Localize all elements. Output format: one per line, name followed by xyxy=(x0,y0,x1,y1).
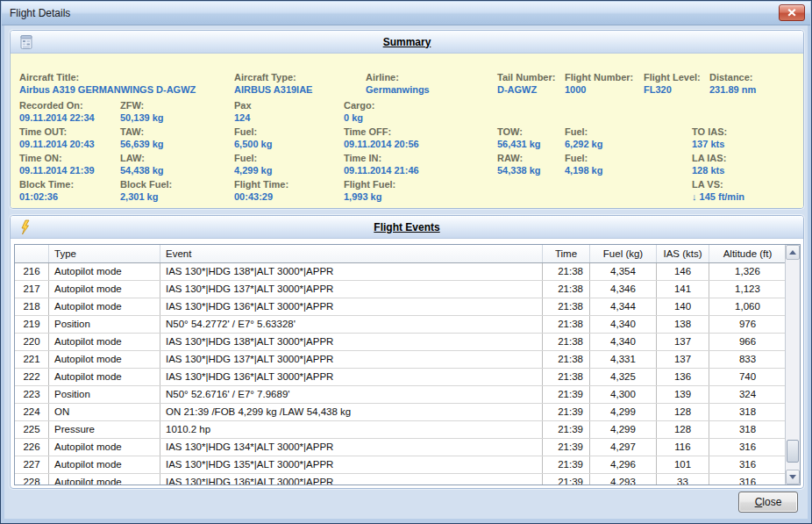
event-row-number: 221 xyxy=(15,351,49,368)
event-time-cell: 21:38 xyxy=(543,334,590,350)
event-type-cell: Position xyxy=(49,316,160,333)
event-ias-cell: 139 xyxy=(657,386,709,403)
event-text-cell: IAS 130*|HDG 138*|ALT 3000*|APPR xyxy=(160,263,543,280)
event-altitude-cell: 976 xyxy=(709,316,786,333)
event-table-row[interactable]: 224 ON ON 21:39 /FOB 4,299 kg /LAW 54,43… xyxy=(15,404,800,421)
event-table-row[interactable]: 223 Position N50° 52.6716' / E7° 7.9689'… xyxy=(15,386,800,404)
header-time[interactable]: Time xyxy=(543,245,590,262)
event-time-cell: 21:38 xyxy=(543,281,590,298)
event-time-cell: 21:38 xyxy=(543,298,590,315)
titlebar[interactable]: Flight Details xyxy=(2,2,810,25)
field-time-out: Time OUT: 09.11.2014 20:43 xyxy=(19,126,95,151)
field-flight-number: Flight Number: 1000 xyxy=(565,71,633,97)
event-type-cell: Autopilot mode xyxy=(49,281,160,298)
event-text-cell: IAS 130*|HDG 136*|ALT 3000*|APPR xyxy=(160,474,543,485)
event-type-cell: Autopilot mode xyxy=(49,298,160,315)
event-table-row[interactable]: 222 Autopilot mode IAS 130*|HDG 136*|ALT… xyxy=(15,369,800,386)
event-ias-cell: 128 xyxy=(657,421,709,438)
event-altitude-cell: 316 xyxy=(709,474,786,485)
event-time-cell: 21:39 xyxy=(543,386,590,403)
event-table-row[interactable]: 225 Pressure 1010.2 hp 21:39 4,299 128 3… xyxy=(15,421,800,439)
event-table-row[interactable]: 221 Autopilot mode IAS 130*|HDG 137*|ALT… xyxy=(15,351,800,369)
event-altitude-cell: 833 xyxy=(709,351,786,368)
event-table-row[interactable]: 220 Autopilot mode IAS 130*|HDG 138*|ALT… xyxy=(15,334,800,351)
header-altitude[interactable]: Altitude (ft) xyxy=(709,245,786,262)
field-time-in: Time IN: 09.11.2014 21:46 xyxy=(344,152,419,177)
event-text-cell: N50° 52.6716' / E7° 7.9689' xyxy=(160,386,543,403)
event-ias-cell: 128 xyxy=(657,404,709,420)
event-table-row[interactable]: 216 Autopilot mode IAS 130*|HDG 138*|ALT… xyxy=(15,263,800,281)
event-fuel-cell: 4,299 xyxy=(590,421,657,438)
header-fuel[interactable]: Fuel (kg) xyxy=(590,245,657,262)
window-title: Flight Details xyxy=(10,7,70,19)
event-fuel-cell: 4,293 xyxy=(590,474,657,485)
close-button-label: Close xyxy=(755,496,782,508)
event-ias-cell: 137 xyxy=(657,351,709,368)
window-close-button[interactable] xyxy=(779,4,805,21)
event-altitude-cell: 318 xyxy=(709,421,786,438)
summary-body: Aircraft Title: Airbus A319 GERMANWINGS … xyxy=(11,54,803,209)
scroll-down-button[interactable] xyxy=(786,470,800,485)
field-distance: Distance: 231.89 nm xyxy=(709,71,756,97)
field-flight-time: Flight Time: 00:43:29 xyxy=(234,178,288,204)
event-ias-cell: 33 xyxy=(657,474,709,485)
event-fuel-cell: 4,299 xyxy=(590,404,657,420)
event-text-cell: IAS 130*|HDG 138*|ALT 3000*|APPR xyxy=(160,334,543,350)
event-fuel-cell: 4,340 xyxy=(590,334,657,350)
event-type-cell: Autopilot mode xyxy=(49,263,160,280)
event-ias-cell: 138 xyxy=(657,316,709,333)
event-type-cell: Autopilot mode xyxy=(49,334,160,350)
header-ias[interactable]: IAS (kts) xyxy=(657,245,709,262)
event-altitude-cell: 318 xyxy=(709,404,786,420)
event-row-number: 219 xyxy=(15,316,49,333)
flight-events-group-header: Flight Events xyxy=(11,216,803,239)
event-altitude-cell: 324 xyxy=(709,386,786,403)
field-law: LAW: 54,438 kg xyxy=(120,152,164,177)
event-table-row[interactable]: 228 Autopilot mode IAS 130*|HDG 136*|ALT… xyxy=(15,474,800,485)
event-time-cell: 21:38 xyxy=(543,316,590,333)
event-altitude-cell: 316 xyxy=(709,456,786,473)
event-ias-cell: 136 xyxy=(657,369,709,385)
event-table-row[interactable]: 226 Autopilot mode IAS 130*|HDG 134*|ALT… xyxy=(15,439,800,456)
event-time-cell: 21:39 xyxy=(543,404,590,420)
event-table-row[interactable]: 217 Autopilot mode IAS 130*|HDG 137*|ALT… xyxy=(15,281,800,298)
event-fuel-cell: 4,331 xyxy=(590,351,657,368)
field-airline: Airline: Germanwings xyxy=(344,71,430,97)
field-la-vs: LA VS: ↓ 145 ft/min xyxy=(692,178,744,204)
event-fuel-cell: 4,346 xyxy=(590,281,657,298)
header-row-number[interactable] xyxy=(15,245,49,262)
scroll-up-button[interactable] xyxy=(786,245,800,260)
event-row-number: 216 xyxy=(15,263,49,280)
field-time-off: Time OFF: 09.11.2014 20:56 xyxy=(344,126,419,151)
event-fuel-cell: 4,354 xyxy=(590,263,657,280)
field-tow: TOW: 56,431 kg xyxy=(497,126,541,151)
event-fuel-cell: 4,300 xyxy=(590,386,657,403)
field-aircraft-type: Aircraft Type: AIRBUS A319IAE xyxy=(234,71,312,97)
field-fuel-off: Fuel: 6,292 kg xyxy=(565,126,602,151)
close-button[interactable]: Close xyxy=(738,492,798,513)
event-table-row[interactable]: 227 Autopilot mode IAS 130*|HDG 135*|ALT… xyxy=(15,456,800,474)
header-event[interactable]: Event xyxy=(160,245,543,262)
event-ias-cell: 140 xyxy=(657,298,709,315)
event-time-cell: 21:39 xyxy=(543,439,590,456)
field-la-ias: LA IAS: 128 kts xyxy=(692,152,726,177)
event-text-cell: IAS 130*|HDG 136*|ALT 3000*|APPR xyxy=(160,369,543,385)
event-fuel-cell: 4,297 xyxy=(590,439,657,456)
field-flight-level: Flight Level: FL320 xyxy=(644,71,701,97)
event-type-cell: ON xyxy=(49,404,160,420)
event-ias-cell: 116 xyxy=(657,439,709,456)
scrollbar-thumb[interactable] xyxy=(787,440,799,463)
event-row-number: 225 xyxy=(15,421,49,438)
scroll-up-arrow-icon xyxy=(789,250,796,255)
event-altitude-cell: 316 xyxy=(709,439,786,456)
header-type[interactable]: Type xyxy=(49,245,160,262)
event-table-row[interactable]: 218 Autopilot mode IAS 130*|HDG 136*|ALT… xyxy=(15,298,800,316)
event-altitude-cell: 1,060 xyxy=(709,298,786,315)
event-time-cell: 21:39 xyxy=(543,421,590,438)
summary-group-header: Summary xyxy=(11,31,803,54)
event-text-cell: IAS 130*|HDG 137*|ALT 3000*|APPR xyxy=(160,351,543,368)
vertical-scrollbar[interactable] xyxy=(785,245,800,485)
event-table-row[interactable]: 219 Position N50° 54.2772' / E7° 5.63328… xyxy=(15,316,800,334)
flight-events-group: Flight Events Type Event Time Fuel (kg) … xyxy=(10,215,804,489)
event-text-cell: IAS 130*|HDG 135*|ALT 3000*|APPR xyxy=(160,456,543,473)
